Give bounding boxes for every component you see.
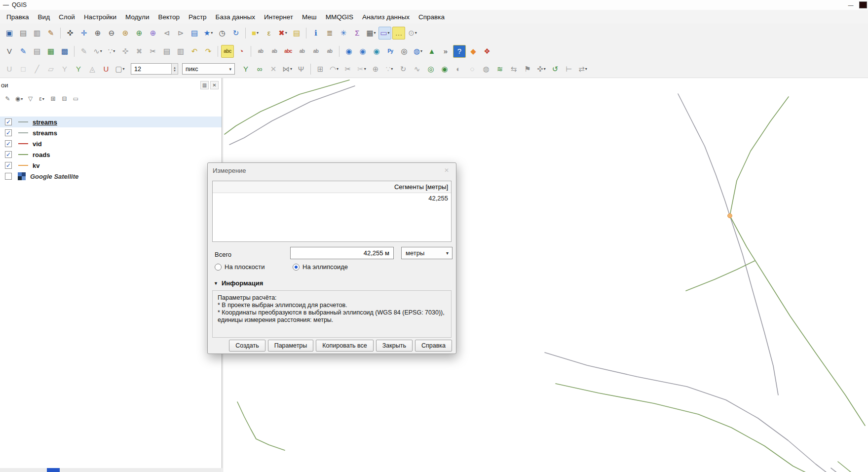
cut-features-icon[interactable]: ✂ [147,45,159,58]
dem-terrain-icon[interactable]: ▲ [425,45,438,58]
allow-edits-icon[interactable]: ✎ [77,45,90,58]
split-features-icon[interactable]: ✂ [341,63,354,76]
menu-item-10[interactable]: Меш [298,11,321,23]
copy-features-icon[interactable]: ▤ [160,45,173,58]
open-layer-styling-icon[interactable]: ✎ [2,94,13,104]
layer-checkbox[interactable]: ✓ [5,118,12,125]
save-project-icon[interactable]: ▣ [3,27,16,39]
dialog-close-icon[interactable]: ✕ [442,166,451,175]
zoom-next-icon[interactable]: ⊳ [174,27,187,39]
close-dialog-button[interactable]: Закрыть [376,340,413,352]
zoom-in-icon[interactable]: ⊕ [91,27,104,39]
attribute-table-icon[interactable]: ▦▾ [365,27,377,39]
snapping-magnet-icon[interactable]: U [100,63,113,76]
new-map-view-icon[interactable]: ▤ [188,27,201,39]
zoom-to-selection-icon[interactable]: ⊕ [133,27,146,39]
rotate-point-symbols-icon[interactable]: ↺ [549,63,562,76]
menu-item-8[interactable]: База данных [211,11,260,23]
label-unpin-icon[interactable]: ab [268,45,281,58]
raster-grid-icon[interactable]: ▦ [44,45,57,58]
undock-panel-icon[interactable]: ▥ [200,81,209,89]
close-button[interactable] [859,1,867,8]
field-calculator-icon[interactable]: ≣ [323,27,336,39]
select-by-form-icon[interactable]: ▤ [290,27,303,39]
copy-all-button[interactable]: Копировать все [316,340,373,352]
toggle-editing-icon[interactable]: ✎ [17,45,30,58]
snap-area-icon[interactable]: ▱ [44,63,57,76]
create-button[interactable]: Создать [229,340,265,352]
layer-checkbox[interactable]: ✓ [5,140,12,147]
spatial-bookmarks-icon[interactable]: ★▾ [202,27,215,39]
layer-checkbox[interactable]: ✓ [5,129,12,136]
bowtie-tool-icon[interactable]: ⋈▾ [281,63,294,76]
select-features-icon[interactable]: ■▾ [249,27,262,39]
manage-map-themes-icon[interactable]: ◉▾ [14,94,24,104]
move-feature-copy-icon[interactable]: ✜▾ [535,63,548,76]
collapse-all-icon[interactable]: ⊟ [59,94,70,104]
measure-dialog-titlebar[interactable]: Измерение ✕ [208,163,456,178]
layer-labeling-icon[interactable]: abc [221,45,234,58]
statistics-icon[interactable]: Σ [351,27,364,39]
web-globe-icon[interactable]: ◉ [356,45,369,58]
merge-features-icon[interactable]: ⊕ [369,63,382,76]
print-layout-icon[interactable]: ▤ [17,27,30,39]
layer-checkbox[interactable] [5,173,12,180]
toolbar-overflow-icon[interactable]: » [439,45,452,58]
menu-item-7[interactable]: Растр [184,11,211,23]
close-panel-icon[interactable]: ✕ [210,81,219,89]
label-pin-icon[interactable]: ab [254,45,267,58]
processing-toolbox-icon[interactable]: ✳ [337,27,350,39]
label-rotate-icon[interactable]: ab [309,45,322,58]
globe-overlay-icon[interactable]: ◉ [370,45,383,58]
save-edits-icon[interactable]: ▤ [31,45,43,58]
parameters-button[interactable]: Параметры [268,340,314,352]
select-by-expression-icon[interactable]: ε [263,27,275,39]
add-part-icon[interactable]: ◉ [438,63,451,76]
menu-item-1[interactable]: Правка [2,11,34,23]
label-move-icon[interactable]: ab [296,45,308,58]
menu-item-4[interactable]: Настройки [79,11,121,23]
measure-icon[interactable]: ▭▾ [378,27,391,39]
snapping-units-dropdown[interactable]: пикс [182,63,235,75]
undo-icon[interactable]: ↶ [188,45,201,58]
style-manager-icon[interactable]: ✎ [44,27,57,39]
zoom-full-extent-icon[interactable]: ⊛ [119,27,132,39]
layer-checkbox[interactable]: ✓ [5,162,12,169]
remove-layer-icon[interactable]: ▭ [71,94,81,104]
copy-move-icon[interactable]: ⇄▾ [576,63,589,76]
vertex-tool-icon[interactable]: ∵▾ [105,45,118,58]
menu-item-11[interactable]: MMQGIS [321,11,358,23]
snapping-tolerance-input[interactable] [131,63,175,75]
filter-legend-icon[interactable]: ▽ [25,94,36,104]
reshape-features-icon[interactable]: ⊞ [314,63,327,76]
label-properties-icon[interactable]: ab [323,45,336,58]
temporal-controller-icon[interactable]: ◷ [216,27,228,39]
branch-tool-icon[interactable]: Ψ [295,63,307,76]
pan-map-icon[interactable]: ✜ [64,27,76,39]
redo-icon[interactable]: ↷ [202,45,215,58]
curve-digitize-icon[interactable]: ◠▾ [328,63,340,76]
menu-item-6[interactable]: Вектор [153,11,184,23]
layer-row[interactable]: ✓streams [0,117,222,127]
expand-all-icon[interactable]: ⊞ [48,94,58,104]
pan-to-selection-icon[interactable]: ✛ [77,27,90,39]
zoom-to-layer-icon[interactable]: ⊕ [147,27,159,39]
paste-features-icon[interactable]: ▥ [174,45,187,58]
minimize-button[interactable]: — [842,0,859,9]
menu-item-3[interactable]: Слой [54,11,79,23]
add-ring-icon[interactable]: ◎ [424,63,437,76]
rotate-feature-icon[interactable]: ↻ [397,63,410,76]
filter-by-expression-icon[interactable]: ε▾ [37,94,47,104]
reverse-line-icon[interactable]: ⇆ [507,63,520,76]
delete-selected-icon[interactable]: ✖ [133,45,146,58]
current-edits-icon[interactable]: V [3,45,16,58]
label-highlight-icon[interactable]: abc [282,45,295,58]
snapping-toggle-icon[interactable]: U [3,63,16,76]
planimetric-radio-group[interactable]: На плоскости [215,263,265,271]
menu-item-13[interactable]: Справка [414,11,449,23]
add-feature-icon[interactable]: ∿▾ [91,45,104,58]
metasearch-icon[interactable]: ◉ [342,45,355,58]
simplify-feature-icon[interactable]: ∿ [411,63,423,76]
layer-row[interactable]: ✓streams [0,127,222,138]
plugin-colorful-icon[interactable]: ❖ [481,45,493,58]
